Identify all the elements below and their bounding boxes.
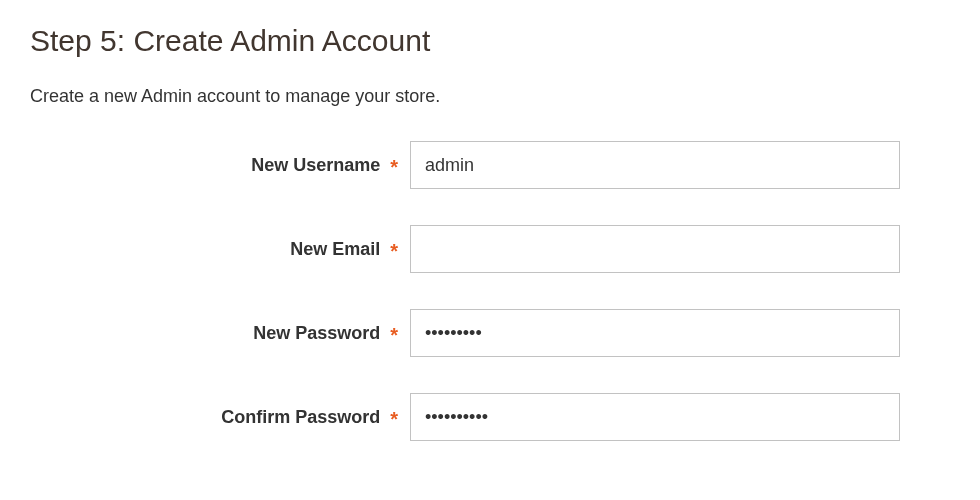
required-icon: *: [390, 325, 398, 345]
required-icon: *: [390, 409, 398, 429]
page-title: Step 5: Create Admin Account: [30, 24, 950, 58]
password-input[interactable]: [410, 309, 900, 357]
label-wrap-username: New Username *: [30, 155, 410, 176]
form-row-email: New Email *: [30, 225, 950, 273]
password-label: New Password: [253, 323, 380, 344]
page-description: Create a new Admin account to manage you…: [30, 86, 950, 107]
label-wrap-password: New Password *: [30, 323, 410, 344]
label-wrap-email: New Email *: [30, 239, 410, 260]
confirm-password-label: Confirm Password: [221, 407, 380, 428]
label-wrap-confirm-password: Confirm Password *: [30, 407, 410, 428]
username-input[interactable]: [410, 141, 900, 189]
email-label: New Email: [290, 239, 380, 260]
email-input[interactable]: [410, 225, 900, 273]
form-row-confirm-password: Confirm Password *: [30, 393, 950, 441]
required-icon: *: [390, 157, 398, 177]
required-icon: *: [390, 241, 398, 261]
form-row-username: New Username *: [30, 141, 950, 189]
confirm-password-input[interactable]: [410, 393, 900, 441]
form-row-password: New Password *: [30, 309, 950, 357]
username-label: New Username: [251, 155, 380, 176]
